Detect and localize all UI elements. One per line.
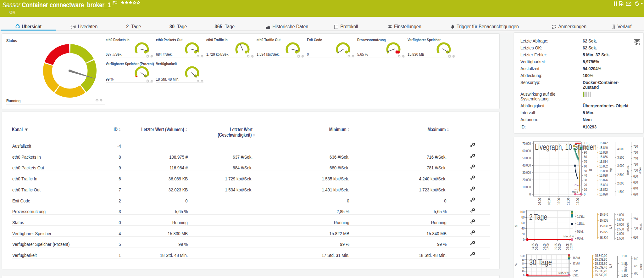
svg-text:750: 750 (633, 217, 638, 221)
svg-text:40.000: 40.000 (522, 163, 531, 167)
svg-text:15.832: 15.832 (599, 164, 608, 168)
svg-text:50.000: 50.000 (522, 156, 531, 160)
svg-text:Livegraph, 10 Stunden: Livegraph, 10 Stunden (535, 142, 597, 152)
svg-text:15.839,20: 15.839,20 (595, 269, 607, 273)
svg-text:40: 40 (521, 226, 525, 230)
svg-text:740: 740 (633, 156, 638, 160)
svg-text:5Std.: 5Std. (573, 269, 579, 273)
svg-text:#/Sek.: #/Sek. (638, 167, 642, 173)
svg-text:15.839,60: 15.839,60 (595, 262, 607, 265)
svg-text:15.830: 15.830 (600, 224, 608, 228)
svg-text:10.000: 10.000 (522, 185, 531, 189)
svg-text:15.838: 15.838 (599, 150, 608, 154)
svg-text:15.826: 15.826 (599, 178, 608, 182)
svg-text:2.500: 2.500 (617, 173, 624, 177)
svg-text:11Std.: 11Std. (577, 222, 585, 225)
svg-text:3.000: 3.000 (617, 223, 624, 226)
svg-text:15.840,00: 15.840,00 (595, 254, 607, 258)
svg-text:04.05: 04.05 (531, 243, 535, 250)
svg-text:15.840: 15.840 (600, 213, 608, 216)
svg-text:15.839,40: 15.839,40 (595, 265, 607, 269)
svg-text:MB: MB (609, 225, 613, 229)
svg-text:1.500: 1.500 (617, 236, 624, 240)
svg-text:15.835: 15.835 (600, 218, 608, 222)
svg-text:3.500: 3.500 (617, 218, 624, 222)
svg-text:15.824: 15.824 (599, 183, 608, 187)
svg-text:4.000: 4.000 (617, 213, 624, 217)
svg-text:80: 80 (522, 258, 525, 261)
svg-text:0Std.: 0Std. (577, 236, 584, 240)
svg-text:15.820: 15.820 (600, 236, 608, 240)
svg-text:2.000: 2.000 (617, 232, 624, 235)
svg-text:12:00: 12:00 (569, 243, 573, 250)
svg-text:Max: 1: Max: 1 (572, 190, 578, 193)
svg-text:660: 660 (633, 180, 638, 184)
svg-text:20: 20 (522, 269, 525, 273)
svg-text:740: 740 (634, 257, 638, 261)
svg-text:30 Tage: 30 Tage (529, 258, 552, 267)
svg-text:30: 30 (584, 178, 587, 182)
svg-text:0: 0 (529, 192, 531, 196)
svg-text:MB: MB (609, 168, 613, 172)
svg-text:60: 60 (521, 221, 525, 225)
svg-text:60: 60 (522, 262, 525, 265)
svg-text:15.825: 15.825 (600, 230, 608, 234)
svg-text:80: 80 (584, 155, 587, 159)
svg-text:#/Sek.: #/Sek. (639, 223, 642, 230)
svg-text:0: 0 (523, 273, 525, 277)
svg-text:10: 10 (584, 188, 587, 191)
svg-text:50: 50 (584, 169, 587, 173)
svg-text:70: 70 (584, 160, 587, 163)
svg-text:16Std.: 16Std. (577, 214, 585, 218)
svg-text:15.842: 15.842 (599, 141, 608, 145)
svg-text:700: 700 (634, 271, 638, 275)
svg-text:12:00: 12:00 (546, 243, 550, 250)
svg-text:%: % (514, 225, 518, 227)
svg-text:Max: 0 %: Max: 0 % (564, 235, 574, 238)
svg-text:06:00: 06:00 (538, 198, 541, 205)
svg-text:%: % (514, 263, 518, 265)
svg-text:620: 620 (633, 192, 638, 196)
svg-text:08:00: 08:00 (547, 198, 551, 205)
svg-text:640: 640 (633, 186, 638, 190)
svg-text:4.000: 4.000 (617, 147, 624, 151)
svg-text:680: 680 (633, 174, 638, 178)
svg-text:05.05: 05.05 (566, 243, 569, 250)
svg-text:15.834: 15.834 (599, 160, 608, 163)
svg-text:20.000: 20.000 (522, 178, 531, 182)
svg-text:15.830: 15.830 (599, 169, 608, 173)
svg-text:2.500: 2.500 (617, 227, 624, 231)
svg-text:kbit/Sek.: kbit/Sek. (626, 165, 630, 175)
svg-text:760: 760 (633, 150, 638, 154)
svg-text:30.000: 30.000 (522, 171, 531, 174)
svg-text:3.000: 3.000 (617, 164, 624, 167)
svg-text:15.836: 15.836 (599, 155, 608, 159)
svg-text:80: 80 (521, 215, 525, 219)
svg-text:60.000: 60.000 (522, 149, 531, 153)
svg-text:70.000: 70.000 (522, 142, 531, 145)
svg-text:700: 700 (633, 168, 638, 172)
svg-text:15.822: 15.822 (599, 188, 608, 191)
svg-text:100: 100 (520, 210, 525, 214)
svg-text:15.820: 15.820 (599, 192, 608, 196)
svg-text:14:00: 14:00 (576, 198, 580, 205)
svg-text:#/Sek.: #/Sek. (639, 263, 643, 270)
svg-text:10:00: 10:00 (557, 198, 561, 205)
svg-text:720: 720 (633, 162, 638, 166)
svg-text:5Std.: 5Std. (577, 230, 584, 233)
svg-text:15.839,80: 15.839,80 (595, 258, 607, 261)
svg-text:2.000: 2.000 (617, 181, 624, 185)
svg-text:15.840: 15.840 (599, 146, 608, 150)
svg-text:%: % (589, 169, 592, 171)
svg-text:720: 720 (634, 264, 638, 268)
svg-text:16Std.: 16Std. (573, 256, 580, 260)
svg-text:3.500: 3.500 (617, 156, 624, 159)
svg-text:0Std.: 0Std. (573, 273, 579, 277)
svg-text:20: 20 (584, 183, 587, 187)
svg-text:1.600: 1.600 (621, 274, 628, 277)
svg-text:2 Tage: 2 Tage (529, 212, 547, 222)
svg-text:0: 0 (523, 238, 525, 241)
svg-text:20: 20 (521, 232, 525, 236)
svg-text:kbit/Sek.: kbit/Sek. (624, 262, 627, 271)
svg-text:700: 700 (633, 226, 638, 230)
